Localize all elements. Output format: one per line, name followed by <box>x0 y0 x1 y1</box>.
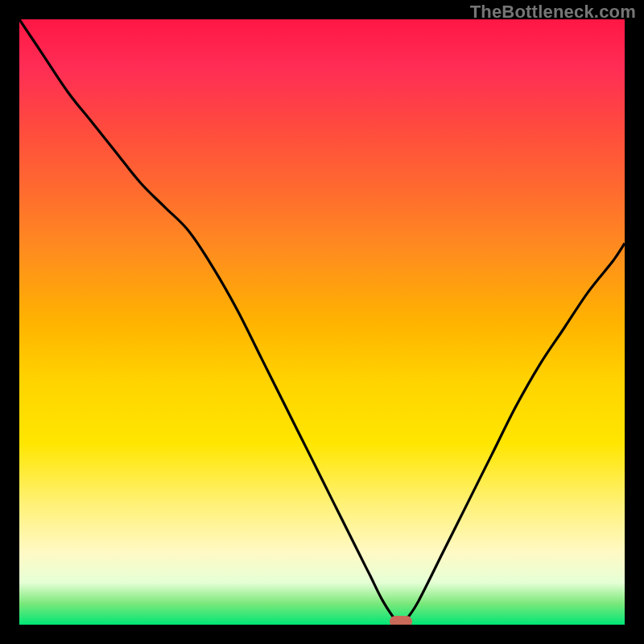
chart-stage: TheBottleneck.com <box>0 0 644 644</box>
plot-area <box>19 19 625 625</box>
curve-path <box>19 19 625 621</box>
valley-marker-icon <box>390 616 412 625</box>
bottleneck-curve <box>19 19 625 625</box>
watermark-text: TheBottleneck.com <box>470 2 636 23</box>
